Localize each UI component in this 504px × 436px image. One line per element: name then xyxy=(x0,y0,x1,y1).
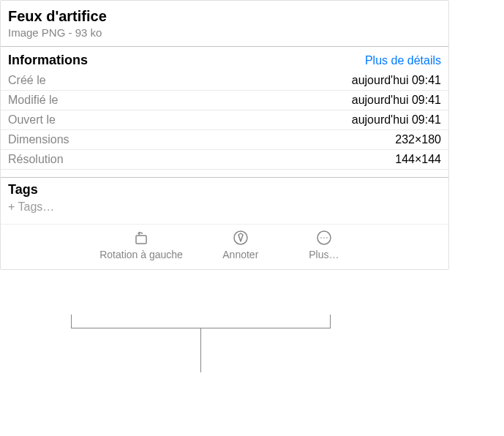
info-label: Dimensions xyxy=(8,133,69,146)
info-row-opened: Ouvert le aujourd'hui 09:41 xyxy=(1,110,448,130)
more-button[interactable]: Plus… xyxy=(298,229,350,260)
info-value: aujourd'hui 09:41 xyxy=(352,94,441,107)
info-panel: Feux d'artifice Image PNG - 93 ko Inform… xyxy=(0,0,449,270)
info-row-resolution: Résolution 144×144 xyxy=(1,150,448,170)
info-label: Créé le xyxy=(8,74,46,87)
more-icon xyxy=(315,229,333,247)
annotate-button[interactable]: Annoter xyxy=(215,229,266,260)
info-section-header: Informations Plus de détails xyxy=(1,47,448,71)
info-label: Résolution xyxy=(8,153,64,166)
info-value: aujourd'hui 09:41 xyxy=(352,113,441,127)
toolbar: Rotation à gauche Annoter Plus… xyxy=(1,224,448,269)
rotate-left-icon xyxy=(132,229,150,247)
more-details-link[interactable]: Plus de détails xyxy=(365,54,441,67)
info-value: 144×144 xyxy=(395,153,441,166)
svg-rect-0 xyxy=(136,236,146,244)
info-row-dimensions: Dimensions 232×180 xyxy=(1,130,448,150)
file-title: Feux d'artifice xyxy=(8,8,441,25)
info-label: Ouvert le xyxy=(8,113,56,127)
tags-heading: Tags xyxy=(1,178,448,198)
info-value: aujourd'hui 09:41 xyxy=(352,74,441,87)
svg-point-4 xyxy=(323,237,325,238)
info-value: 232×180 xyxy=(395,133,441,146)
add-tags-button[interactable]: + Tags… xyxy=(1,198,448,224)
callout-stem xyxy=(200,328,201,372)
file-header: Feux d'artifice Image PNG - 93 ko xyxy=(1,1,448,47)
callout-bracket xyxy=(71,315,331,328)
annotate-icon xyxy=(232,229,249,247)
informations-heading: Informations xyxy=(8,53,88,68)
svg-point-5 xyxy=(326,237,328,238)
toolbar-label: Plus… xyxy=(309,249,339,260)
toolbar-label: Rotation à gauche xyxy=(99,249,183,260)
info-row-modified: Modifié le aujourd'hui 09:41 xyxy=(1,91,448,110)
toolbar-label: Annoter xyxy=(222,249,258,260)
info-row-created: Créé le aujourd'hui 09:41 xyxy=(1,71,448,91)
rotate-left-button[interactable]: Rotation à gauche xyxy=(99,229,183,260)
info-label: Modifié le xyxy=(8,94,58,107)
file-subtitle: Image PNG - 93 ko xyxy=(8,26,441,39)
svg-point-3 xyxy=(320,237,322,238)
